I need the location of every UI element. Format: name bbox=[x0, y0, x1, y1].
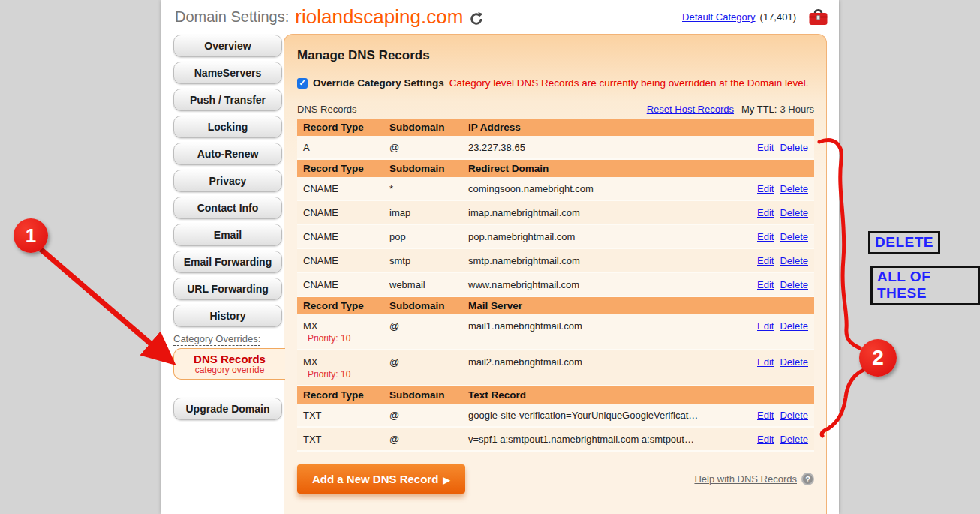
delete-link[interactable]: Delete bbox=[780, 183, 808, 194]
delete-link[interactable]: Delete bbox=[780, 434, 808, 445]
reset-host-records-link[interactable]: Reset Host Records bbox=[647, 104, 734, 115]
column-header: IP Address bbox=[462, 119, 739, 136]
sidebar-item-auto-renew[interactable]: Auto-Renew bbox=[173, 143, 282, 165]
checkmark-icon: ✓ bbox=[299, 78, 305, 88]
delete-link[interactable]: Delete bbox=[780, 231, 808, 242]
page-content: OverviewNameServersPush / TransferLockin… bbox=[161, 34, 839, 514]
record-value-cell: v=spf1 a:smtpout1.namebrightmail.com a:s… bbox=[462, 428, 739, 450]
subdomain-cell: @ bbox=[383, 428, 462, 450]
sidebar-item-upgrade-domain[interactable]: Upgrade Domain bbox=[173, 398, 282, 420]
sidebar-item-privacy[interactable]: Privacy bbox=[173, 170, 282, 192]
toolbox-icon[interactable] bbox=[808, 8, 828, 26]
delete-link[interactable]: Delete bbox=[780, 320, 808, 332]
table-row: CNAMEwebmailwww.namebrightmail.comEditDe… bbox=[297, 273, 814, 297]
record-value-cell: mail1.namebrightmail.com bbox=[462, 314, 739, 349]
table-section-header: Record TypeSubdomainText Record bbox=[297, 386, 814, 404]
record-type-cell: CNAME bbox=[297, 177, 383, 200]
row-actions: EditDelete bbox=[739, 428, 814, 450]
edit-link[interactable]: Edit bbox=[757, 410, 774, 421]
table-row: CNAMEimapimap.namebrightmail.comEditDele… bbox=[297, 201, 814, 225]
domain-name: riolandscaping.com bbox=[295, 5, 463, 29]
override-category-checkbox[interactable]: ✓ bbox=[297, 78, 308, 89]
dns-table: Record TypeSubdomainIP AddressA@23.227.3… bbox=[297, 119, 814, 452]
record-type-cell: TXT bbox=[297, 404, 383, 426]
dns-panel: Manage DNS Records ✓ Override Category S… bbox=[284, 34, 827, 514]
column-header: Subdomain bbox=[383, 297, 462, 314]
help-dns-records-link[interactable]: Help with DNS Records bbox=[694, 473, 797, 485]
sidebar-item-email-forwarding[interactable]: Email Forwarding bbox=[173, 251, 282, 273]
sidebar-buttons: OverviewNameServersPush / TransferLockin… bbox=[173, 35, 285, 327]
edit-link[interactable]: Edit bbox=[757, 356, 774, 368]
delete-link[interactable]: Delete bbox=[780, 279, 808, 290]
category-override-sublabel: category override bbox=[174, 365, 285, 374]
page-title-label: Domain Settings: bbox=[175, 8, 289, 26]
edit-link[interactable]: Edit bbox=[757, 279, 774, 290]
sidebar-item-nameservers[interactable]: NameServers bbox=[173, 62, 282, 84]
record-type-cell: CNAME bbox=[297, 201, 383, 224]
column-header: Record Type bbox=[297, 160, 383, 177]
refresh-icon[interactable] bbox=[469, 11, 484, 26]
help-question-icon[interactable]: ? bbox=[801, 473, 814, 485]
default-category-link[interactable]: Default Category bbox=[682, 11, 756, 23]
record-type-cell: TXT bbox=[297, 428, 383, 450]
column-header bbox=[739, 119, 814, 136]
edit-link[interactable]: Edit bbox=[757, 207, 774, 218]
edit-link[interactable]: Edit bbox=[757, 231, 774, 242]
delete-link[interactable]: Delete bbox=[780, 207, 808, 218]
override-checkbox-label: Override Category Settings bbox=[313, 77, 444, 89]
sidebar-item-contact-info[interactable]: Contact Info bbox=[173, 197, 282, 219]
column-header: Redirect Domain bbox=[462, 160, 739, 177]
sidebar: OverviewNameServersPush / TransferLockin… bbox=[173, 35, 285, 425]
subdomain-cell: webmail bbox=[383, 273, 462, 296]
delete-link[interactable]: Delete bbox=[780, 356, 808, 368]
column-header: Subdomain bbox=[383, 119, 462, 136]
override-warning-text: Category level DNS Records are currently… bbox=[449, 77, 809, 89]
table-section-header: Record TypeSubdomainMail Server bbox=[297, 297, 814, 314]
sidebar-item-url-forwarding[interactable]: URL Forwarding bbox=[173, 278, 282, 300]
record-value-cell: pop.namebrightmail.com bbox=[462, 225, 739, 248]
column-header: Subdomain bbox=[383, 160, 462, 177]
sidebar-item-overview[interactable]: Overview bbox=[173, 35, 282, 57]
page-card: Domain Settings: riolandscaping.com Defa… bbox=[161, 0, 839, 514]
record-value-cell: www.namebrightmail.com bbox=[462, 273, 739, 296]
delete-link[interactable]: Delete bbox=[780, 410, 808, 421]
edit-link[interactable]: Edit bbox=[757, 434, 774, 445]
row-actions: EditDelete bbox=[739, 201, 814, 224]
subdomain-cell: * bbox=[383, 177, 462, 200]
row-actions: EditDelete bbox=[739, 136, 814, 158]
sidebar-item-dns-records[interactable]: DNS Records category override bbox=[173, 348, 285, 380]
sidebar-item-locking[interactable]: Locking bbox=[173, 116, 282, 138]
delete-link[interactable]: Delete bbox=[780, 142, 808, 153]
ttl-value-link[interactable]: 3 Hours bbox=[780, 104, 814, 116]
annotation-note-all-of-these: ALL OF THESE bbox=[870, 266, 980, 305]
annotation-arrow-1 bbox=[41, 249, 168, 359]
sidebar-item-history[interactable]: History bbox=[173, 305, 282, 327]
column-header bbox=[739, 297, 814, 314]
annotation-step-2-badge: 2 bbox=[859, 339, 897, 377]
sidebar-item-email[interactable]: Email bbox=[173, 224, 282, 246]
subdomain-cell: imap bbox=[383, 201, 462, 224]
edit-link[interactable]: Edit bbox=[757, 320, 774, 332]
sidebar-item-push-transfer[interactable]: Push / Transfer bbox=[173, 89, 282, 111]
column-header bbox=[739, 160, 814, 177]
row-actions: EditDelete bbox=[739, 249, 814, 272]
column-header: Text Record bbox=[462, 386, 739, 404]
table-row: MXPriority: 10@mail1.namebrightmail.comE… bbox=[297, 314, 814, 350]
edit-link[interactable]: Edit bbox=[757, 183, 774, 194]
record-value-cell: imap.namebrightmail.com bbox=[462, 201, 739, 224]
edit-link[interactable]: Edit bbox=[757, 142, 774, 153]
row-actions: EditDelete bbox=[739, 177, 814, 200]
column-header: Subdomain bbox=[383, 386, 462, 404]
ttl-label: My TTL: bbox=[741, 104, 777, 115]
add-dns-record-button[interactable]: Add a New DNS Record▶ bbox=[297, 464, 465, 494]
edit-link[interactable]: Edit bbox=[757, 255, 774, 266]
annotation-step-1-badge: 1 bbox=[14, 218, 48, 253]
record-type-cell: A bbox=[297, 136, 383, 158]
table-row: CNAMEsmtpsmtp.namebrightmail.comEditDele… bbox=[297, 249, 814, 273]
delete-link[interactable]: Delete bbox=[780, 255, 808, 266]
table-row: TXT@v=spf1 a:smtpout1.namebrightmail.com… bbox=[297, 428, 814, 452]
subdomain-cell: @ bbox=[383, 404, 462, 426]
record-value-cell: smtp.namebrightmail.com bbox=[462, 249, 739, 272]
annotation-note-delete: DELETE bbox=[868, 231, 940, 254]
record-value-cell: comingsoon.namebright.com bbox=[462, 177, 739, 200]
